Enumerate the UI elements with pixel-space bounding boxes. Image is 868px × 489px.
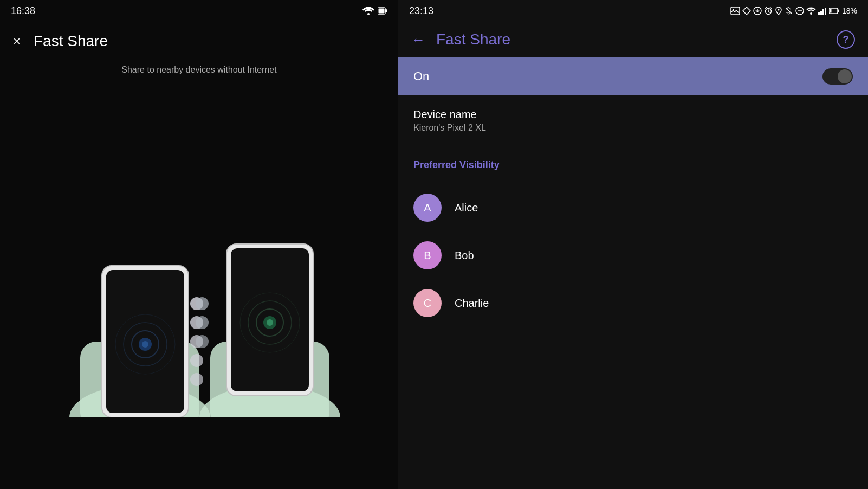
right-panel: 23:13 — [398, 0, 868, 489]
left-time: 16:38 — [11, 5, 35, 17]
toggle-switch[interactable] — [822, 68, 853, 85]
right-time: 23:13 — [409, 5, 433, 17]
left-subtitle: Share to nearby devices without Internet — [0, 61, 398, 75]
svg-point-17 — [190, 373, 203, 386]
svg-point-29 — [196, 335, 209, 348]
right-status-icons: 18% — [730, 7, 857, 15]
back-button[interactable]: ← — [411, 31, 425, 48]
device-name-value: Kieron's Pixel 2 XL — [413, 123, 853, 133]
svg-point-34 — [778, 9, 779, 11]
illustration-area — [0, 75, 398, 489]
phones-illustration — [37, 136, 362, 417]
svg-rect-3 — [379, 9, 385, 14]
left-status-icons — [362, 7, 387, 15]
contact-name-bob: Bob — [455, 249, 474, 262]
svg-rect-42 — [825, 8, 826, 15]
left-title: Fast Share — [34, 33, 108, 50]
toggle-knob — [838, 69, 852, 83]
svg-point-16 — [190, 354, 203, 367]
help-button[interactable]: ? — [837, 30, 855, 49]
device-name-row[interactable]: Device name Kieron's Pixel 2 XL — [398, 95, 868, 146]
diamond-icon — [742, 7, 751, 15]
signal-icon — [818, 7, 827, 15]
svg-point-0 — [367, 13, 370, 15]
contact-name-charlie: Charlie — [455, 297, 489, 310]
svg-rect-40 — [820, 11, 822, 15]
on-label: On — [413, 69, 429, 83]
contact-item-bob[interactable]: B Bob — [413, 231, 853, 279]
svg-point-27 — [196, 297, 209, 310]
bell-muted-icon — [785, 7, 793, 15]
left-header: × Fast Share — [0, 22, 398, 61]
wifi-right-icon — [806, 7, 816, 15]
right-header: ← Fast Share ? — [398, 22, 868, 57]
battery-right-icon — [829, 7, 840, 15]
visibility-section: Preferred Visibility — [398, 146, 868, 179]
contact-item-alice[interactable]: A Alice — [413, 184, 853, 231]
battery-icon — [378, 7, 387, 15]
location-icon — [775, 7, 782, 15]
svg-line-35 — [786, 8, 792, 14]
svg-point-38 — [810, 12, 812, 15]
svg-point-26 — [267, 319, 273, 326]
contact-name-alice: Alice — [455, 202, 478, 214]
download-icon — [753, 7, 762, 15]
device-name-label: Device name — [413, 108, 853, 121]
svg-point-28 — [196, 316, 209, 329]
avatar-bob: B — [413, 241, 442, 269]
svg-point-12 — [142, 341, 148, 348]
svg-rect-2 — [385, 9, 387, 12]
avatar-charlie: C — [413, 289, 442, 317]
svg-rect-45 — [830, 9, 831, 13]
visibility-title: Preferred Visibility — [413, 159, 853, 171]
contact-item-charlie[interactable]: C Charlie — [413, 279, 853, 327]
right-title: Fast Share — [436, 31, 510, 48]
right-status-bar: 23:13 — [398, 0, 868, 22]
alarm-icon — [764, 7, 773, 15]
on-toggle-row[interactable]: On — [398, 57, 868, 95]
close-button[interactable]: × — [13, 35, 21, 48]
image-icon — [730, 7, 740, 15]
left-panel: 16:38 × Fast Share Share to nearby devic… — [0, 0, 398, 489]
battery-percentage: 18% — [842, 7, 857, 15]
left-status-bar: 16:38 — [0, 0, 398, 22]
avatar-alice: A — [413, 194, 442, 222]
svg-rect-39 — [818, 12, 820, 15]
svg-rect-44 — [838, 10, 839, 12]
contact-list: A Alice B Bob C Charlie — [398, 179, 868, 331]
dnd-icon — [795, 7, 804, 15]
svg-rect-41 — [822, 9, 824, 15]
right-header-left: ← Fast Share — [411, 31, 510, 48]
wifi-icon — [362, 7, 374, 15]
